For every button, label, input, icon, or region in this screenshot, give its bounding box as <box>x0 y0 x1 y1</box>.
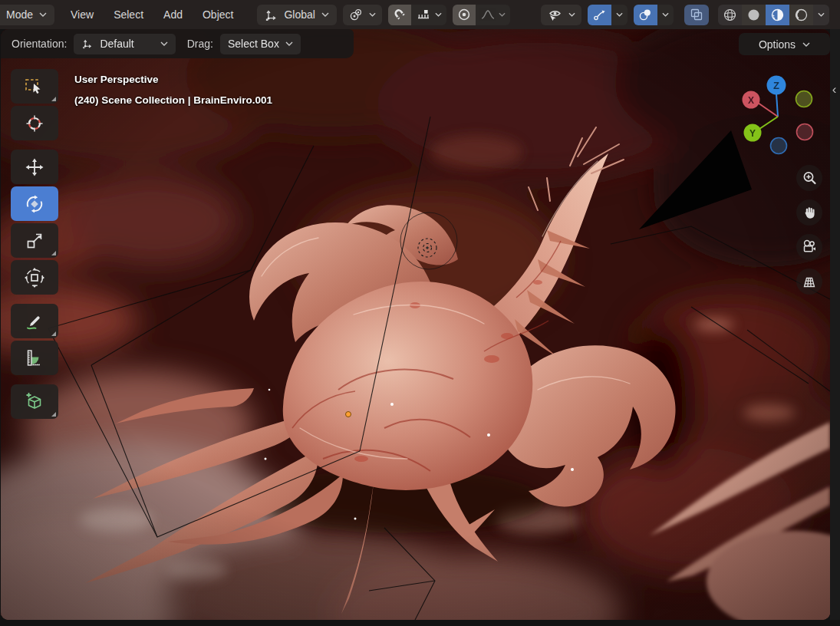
gizmo-arrow-icon <box>592 8 607 21</box>
xray-toggle[interactable] <box>684 5 709 25</box>
svg-text:Y: Y <box>749 128 756 139</box>
gizmos-dropdown[interactable] <box>611 5 628 25</box>
chevron-down-icon <box>435 12 442 17</box>
subtool-indicator <box>51 251 56 255</box>
view-name: User Perspective <box>74 69 272 90</box>
mode-label: Mode <box>6 8 33 21</box>
tool-transform[interactable] <box>11 260 58 295</box>
pivot-point-dropdown[interactable] <box>343 5 382 25</box>
axis-ball-neg-z[interactable] <box>771 138 787 154</box>
orientation-value: Global <box>284 8 315 21</box>
active-object-info: (240) Scene Collection | BrainEnviro.001 <box>74 90 272 110</box>
shading-rendered-button[interactable] <box>789 5 813 25</box>
add-cube-icon <box>24 391 45 413</box>
chevron-down-icon <box>818 12 825 17</box>
shading-wireframe-button[interactable] <box>718 5 742 25</box>
tool-rotate[interactable] <box>11 186 58 221</box>
viewport-overlay-text: User Perspective (240) Scene Collection … <box>74 69 272 110</box>
orientation-label: Orientation: <box>12 38 67 50</box>
shading-dropdown[interactable] <box>813 5 829 25</box>
chevron-down-icon <box>321 12 329 17</box>
proportional-edit-group <box>453 5 510 25</box>
menu-add[interactable]: Add <box>156 6 189 23</box>
menu-select[interactable]: Select <box>107 6 150 23</box>
zoom-button[interactable] <box>796 165 822 191</box>
tool-settings-bar: Orientation: Default Drag: Select Box <box>1 29 354 58</box>
snap-group <box>388 5 446 25</box>
mode-dropdown[interactable]: Mode <box>0 5 54 25</box>
subtool-indicator <box>51 412 56 417</box>
rendered-scene[interactable] <box>1 29 830 620</box>
drag-mode-dropdown[interactable]: Select Box <box>220 34 301 54</box>
tool-cursor[interactable] <box>11 106 58 140</box>
menubar: View Select Add Object <box>64 6 240 23</box>
gizmos-group <box>588 5 628 25</box>
sidebar-toggle-arrow[interactable]: ‹ <box>828 83 840 96</box>
proportional-falloff-dropdown[interactable] <box>476 5 510 25</box>
smooth-falloff-icon <box>480 8 496 21</box>
transform-orientation-dropdown[interactable]: Global <box>257 5 336 25</box>
snap-increment-icon <box>416 8 431 21</box>
annotate-pen-icon <box>25 311 44 331</box>
material-preview-sphere-icon <box>770 8 785 22</box>
measure-icon <box>25 348 44 368</box>
pivot-point-icon <box>349 8 363 21</box>
overlays-group <box>634 5 674 25</box>
axis-navigation-gizmo[interactable]: Z X Y <box>727 74 828 158</box>
solid-sphere-icon <box>746 8 761 22</box>
show-overlays-toggle[interactable] <box>634 5 657 25</box>
chevron-down-icon <box>160 41 168 46</box>
menu-view[interactable]: View <box>64 6 100 23</box>
subtool-indicator <box>51 97 56 101</box>
tool-select-box[interactable] <box>11 69 58 104</box>
orientation-axes-icon <box>81 38 94 50</box>
camera-icon <box>801 239 818 255</box>
show-gizmos-toggle[interactable] <box>588 5 611 25</box>
options-label: Options <box>759 38 796 51</box>
tool-move[interactable] <box>11 150 58 184</box>
drag-dd-value: Select Box <box>228 38 279 50</box>
shading-material-button[interactable] <box>766 5 789 25</box>
shading-solid-button[interactable] <box>742 5 766 25</box>
pan-button[interactable] <box>796 199 822 226</box>
axis-ball-neg-y[interactable] <box>796 91 812 107</box>
snap-target-dropdown[interactable] <box>411 5 446 25</box>
proportional-edit-toggle[interactable] <box>453 5 476 25</box>
chevron-down-icon <box>568 12 575 17</box>
snap-toggle-button[interactable] <box>388 5 411 25</box>
chevron-down-icon <box>662 12 669 17</box>
menu-object[interactable]: Object <box>196 6 240 23</box>
3d-viewport[interactable]: Orientation: Default Drag: Select Box <box>1 29 830 620</box>
wireframe-sphere-icon <box>723 8 737 22</box>
overlays-dropdown[interactable] <box>657 5 674 25</box>
options-dropdown[interactable]: Options <box>739 33 830 55</box>
svg-text:Z: Z <box>773 80 779 91</box>
move-icon <box>25 157 44 177</box>
chevron-down-icon <box>285 41 293 46</box>
orientation-dd-value: Default <box>100 38 133 50</box>
rotate-icon <box>24 193 45 215</box>
select-box-icon <box>24 77 45 97</box>
zoom-icon <box>802 170 818 186</box>
camera-view-button[interactable] <box>796 234 822 260</box>
proportional-circle-icon <box>457 8 471 21</box>
chevron-down-icon <box>616 12 623 17</box>
3d-cursor-icon <box>24 113 45 134</box>
grid-ortho-button[interactable] <box>796 269 822 295</box>
toolbar <box>11 69 58 428</box>
orientation-default-dropdown[interactable]: Default <box>74 34 175 54</box>
region-gutter <box>830 29 840 620</box>
axis-ball-x[interactable]: X <box>743 91 760 109</box>
chevron-down-icon <box>499 12 506 17</box>
tool-scale[interactable] <box>11 223 58 258</box>
show-hide-dropdown[interactable] <box>541 5 581 25</box>
axis-ball-neg-x[interactable] <box>797 124 813 140</box>
axis-ball-y[interactable]: Y <box>744 124 762 142</box>
axis-ball-z[interactable]: Z <box>767 76 786 95</box>
tool-measure[interactable] <box>11 341 58 375</box>
drag-label: Drag: <box>187 38 213 50</box>
tool-annotate[interactable] <box>11 304 58 338</box>
tool-add-cube[interactable] <box>11 384 58 419</box>
transform-icon <box>24 267 45 288</box>
shading-modes-group <box>718 5 829 25</box>
